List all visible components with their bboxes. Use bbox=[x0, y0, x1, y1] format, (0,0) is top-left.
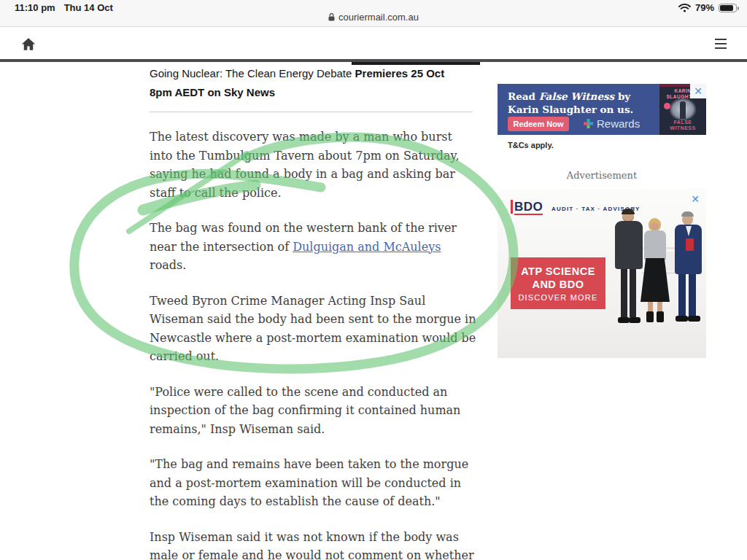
paragraph: Tweed Byron Crime Manager Acting Insp Sa… bbox=[150, 292, 478, 366]
rewards-ad[interactable]: Read False Witness by Karin Slaughter on… bbox=[498, 84, 706, 135]
bdo-logo: BDO bbox=[511, 200, 543, 215]
rewards-ad-headline: Read False Witness by Karin Slaughter on… bbox=[508, 90, 657, 116]
system-indicators: 79% bbox=[678, 2, 737, 13]
paragraph: "Police were called to the scene and con… bbox=[150, 383, 478, 439]
book-figure bbox=[680, 101, 686, 119]
site-header bbox=[0, 28, 747, 59]
promo-line: ATP SCIENCE bbox=[511, 265, 605, 278]
promo-strapline: Going Nuclear: The Clean Energy Debate P… bbox=[150, 64, 450, 102]
home-icon bbox=[21, 37, 36, 51]
paragraph: Insp Wiseman said it was not known if th… bbox=[150, 528, 478, 560]
rewards-logo-text: Rewards bbox=[597, 117, 640, 130]
rewards-logo: Rewards bbox=[584, 117, 640, 130]
home-button[interactable] bbox=[19, 34, 38, 53]
url-text: couriermail.com.au bbox=[338, 12, 419, 23]
plus-rewards-icon bbox=[584, 119, 593, 128]
hamburger-icon bbox=[715, 39, 727, 40]
menu-button[interactable] bbox=[712, 35, 729, 52]
address-bar[interactable]: couriermail.com.au bbox=[0, 12, 747, 23]
padlock-icon bbox=[328, 13, 335, 21]
promo-line: AND BDO bbox=[511, 278, 605, 291]
advertisement-label: Advertisement bbox=[498, 170, 706, 181]
safari-ipad-screen: 11:10 pmThu 14 Oct couriermail.com.au 79… bbox=[0, 0, 747, 560]
status-bar: 11:10 pmThu 14 Oct couriermail.com.au 79… bbox=[0, 0, 747, 27]
strapline-regular: Going Nuclear: The Clean Energy Debate bbox=[150, 67, 355, 79]
close-ad-icon[interactable]: ✕ bbox=[687, 192, 703, 206]
bdo-promo-box: ATP SCIENCE AND BDO DISCOVER MORE bbox=[511, 257, 605, 309]
article-body: Going Nuclear: The Clean Energy Debate P… bbox=[150, 64, 478, 560]
roads-link[interactable]: Dulguigan and McAuleys bbox=[293, 240, 441, 254]
book-title: WITNESS bbox=[659, 125, 706, 131]
paragraph: The bag was found on the western bank of… bbox=[150, 219, 478, 275]
paragraph: The latest discovery was made by a man w… bbox=[150, 128, 478, 202]
close-ad-icon[interactable]: ✕ bbox=[690, 84, 706, 98]
divider-rule bbox=[150, 112, 473, 112]
promo-cta: DISCOVER MORE bbox=[511, 293, 605, 302]
paragraph-text: roads. bbox=[150, 258, 186, 272]
battery-icon bbox=[719, 4, 737, 12]
terms-text: T&Cs apply. bbox=[508, 141, 706, 149]
book-badge bbox=[664, 103, 670, 109]
bdo-ad[interactable]: BDO AUDIT · TAX · ADVISORY ✕ bbox=[498, 189, 706, 358]
wifi-icon bbox=[678, 4, 691, 12]
redeem-now-button[interactable]: Redeem Now bbox=[508, 117, 569, 131]
paragraph: "The bag and remains have been taken to … bbox=[150, 455, 478, 511]
article-paragraphs: The latest discovery was made by a man w… bbox=[150, 128, 478, 560]
book-title: FALSE bbox=[659, 120, 706, 125]
battery-percent: 79% bbox=[695, 2, 714, 13]
right-rail: Read False Witness by Karin Slaughter on… bbox=[498, 84, 706, 358]
